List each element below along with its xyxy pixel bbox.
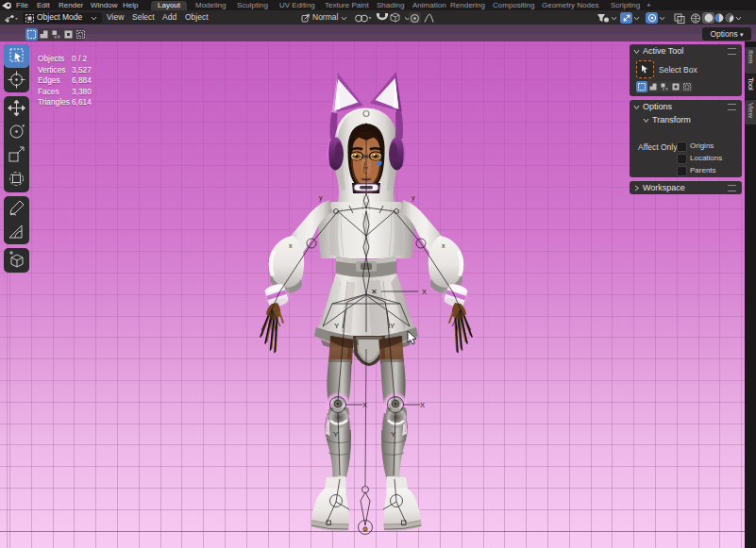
svg-text:Y: Y bbox=[391, 430, 396, 439]
svg-text:y: y bbox=[319, 194, 323, 202]
svg-text:X: X bbox=[362, 401, 367, 409]
svg-text:Y: Y bbox=[333, 430, 339, 439]
svg-text:x: x bbox=[442, 242, 445, 249]
svg-text:X: X bbox=[422, 288, 427, 296]
svg-text:✕: ✕ bbox=[371, 288, 378, 296]
svg-text:y: y bbox=[412, 194, 415, 202]
svg-text:X: X bbox=[420, 401, 425, 409]
svg-text:x: x bbox=[289, 242, 293, 249]
svg-text:Y: Y bbox=[390, 322, 395, 330]
svg-text:Y: Y bbox=[334, 322, 340, 330]
